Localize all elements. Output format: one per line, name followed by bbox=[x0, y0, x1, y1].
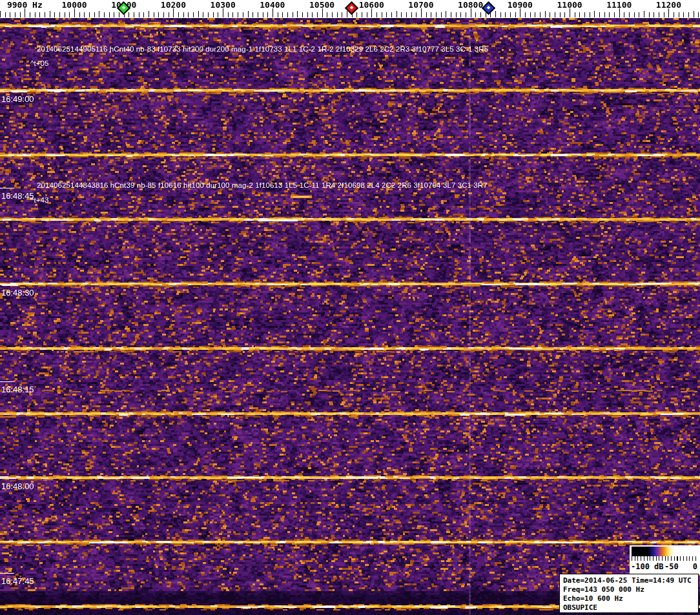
freq-label: 10200 bbox=[161, 0, 186, 10]
time-tick-line bbox=[0, 573, 14, 574]
time-label: 16:49:00 bbox=[1, 95, 34, 103]
detection-annotation-text: 20140625144905116 hCnt40 nb-83 f10733 hi… bbox=[37, 45, 488, 53]
freq-label: 10600 bbox=[359, 0, 384, 10]
db-gradient-bar bbox=[632, 547, 698, 556]
freq-label: 10700 bbox=[408, 0, 433, 10]
time-label: 16:48:45 bbox=[1, 192, 34, 200]
info-freq-line: Freq=143 050 000 Hz bbox=[563, 585, 695, 594]
time-tick-line bbox=[0, 381, 14, 382]
time-tick-line bbox=[0, 91, 14, 92]
time-tick-line bbox=[0, 478, 14, 479]
db-label-mid: -50 bbox=[664, 562, 679, 571]
db-label-min: -100 dB bbox=[631, 562, 664, 571]
waterfall-canvas[interactable] bbox=[0, 18, 700, 615]
db-scale-panel: -100 dB -50 0 bbox=[630, 545, 700, 574]
db-scale-ticks bbox=[632, 556, 698, 561]
info-echo-line: Echo=10 600 Hz bbox=[563, 594, 695, 603]
time-label: 16:48:15 bbox=[1, 385, 34, 394]
detection-annotation-offset: ^t+05 bbox=[30, 59, 49, 67]
freq-label: 10400 bbox=[260, 0, 285, 10]
freq-label: 11100 bbox=[606, 0, 632, 10]
freq-label: 11000 bbox=[557, 0, 582, 10]
detection-annotation-text: 20140625144843816 hCnt39 nb-85 f10616 hi… bbox=[37, 181, 488, 189]
spectrum-waterfall-window: 9900 Hz100001010010200103001040010500106… bbox=[0, 0, 700, 615]
waterfall-display[interactable]: 20140625144905116 hCnt40 nb-83 f10733 hi… bbox=[0, 18, 700, 615]
frequency-ruler[interactable]: 9900 Hz100001010010200103001040010500106… bbox=[0, 0, 700, 18]
freq-label: 11200 bbox=[656, 0, 681, 10]
observation-info-box: Date=2014-06-25 Time=14:49 UTC Freq=143 … bbox=[559, 574, 699, 613]
info-station-line: OBSUPICE bbox=[563, 603, 695, 612]
freq-label: 10900 bbox=[508, 0, 533, 10]
time-label: 16:48:00 bbox=[1, 482, 34, 490]
freq-label: 10300 bbox=[211, 0, 236, 10]
freq-label: 10000 bbox=[61, 0, 87, 10]
time-label: 16:48:30 bbox=[1, 288, 34, 297]
db-label-max: 0 bbox=[693, 562, 697, 571]
db-scale-labels: -100 dB -50 0 bbox=[630, 562, 700, 572]
time-tick-line bbox=[0, 188, 14, 188]
info-date-line: Date=2014-06-25 Time=14:49 UTC bbox=[563, 576, 695, 585]
freq-label: 9900 Hz bbox=[7, 0, 43, 10]
time-label: 16:47:45 bbox=[1, 577, 34, 585]
freq-label: 10800 bbox=[458, 0, 483, 10]
time-tick-line bbox=[0, 285, 14, 285]
freq-label: 10500 bbox=[309, 0, 335, 10]
